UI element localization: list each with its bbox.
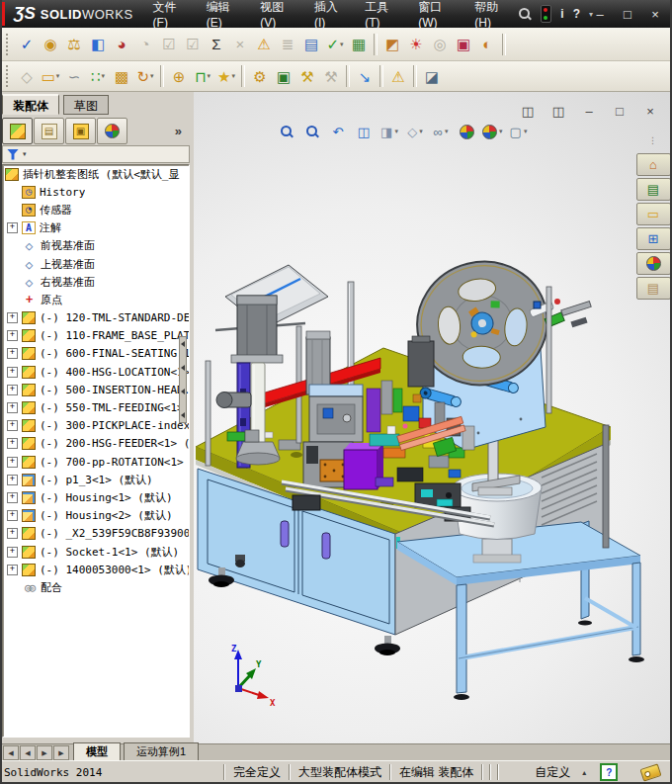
view-palette-tab[interactable]: ⊞ bbox=[636, 227, 671, 250]
restore-doc-button[interactable]: □ bbox=[610, 101, 630, 121]
move-component-icon[interactable]: ⊕ bbox=[167, 64, 191, 88]
menu-item[interactable]: 帮助(H) bbox=[472, 0, 505, 32]
design-check-icon[interactable]: ✓▾ bbox=[323, 33, 347, 56]
assembly-settings-icon[interactable]: ⚙ bbox=[248, 64, 272, 88]
tree-expander[interactable]: + bbox=[7, 492, 18, 503]
external-references-icon[interactable]: × bbox=[228, 33, 252, 56]
tree-item[interactable]: +(-) p1_3<1> (默认) bbox=[3, 471, 189, 488]
tree-expander[interactable]: + bbox=[7, 367, 18, 378]
tree-item[interactable]: ◇前视基准面 bbox=[3, 237, 189, 255]
close-doc-button[interactable]: × bbox=[640, 101, 660, 121]
pane-expand-chevron[interactable]: » bbox=[175, 124, 182, 138]
rotate-component-icon[interactable]: ↻▾ bbox=[133, 64, 157, 88]
previous-view-icon[interactable]: ↶ bbox=[328, 122, 348, 141]
menu-item[interactable]: 编辑(E) bbox=[205, 0, 237, 32]
verification-icon-1[interactable]: ☑ bbox=[157, 33, 181, 56]
zoom-area-icon[interactable] bbox=[302, 122, 322, 141]
tree-expander[interactable]: + bbox=[7, 510, 18, 521]
tree-item[interactable]: +(-) 700-pp-ROTATION<1> (默 bbox=[3, 453, 189, 471]
tree-item[interactable]: +(-) 110-FRAME_BASE_PLATE< bbox=[3, 327, 189, 345]
minimize-doc-button[interactable]: – bbox=[579, 101, 599, 121]
warning-review-icon[interactable]: ⚠ bbox=[252, 33, 276, 56]
custom-dropdown[interactable]: 自定义 bbox=[525, 764, 580, 781]
menu-item[interactable]: 文件(F) bbox=[151, 0, 183, 32]
displaymanager-tab[interactable] bbox=[97, 118, 127, 144]
menu-item[interactable]: 视图(V) bbox=[258, 0, 291, 32]
view-settings-icon[interactable]: ▢▾ bbox=[509, 122, 529, 141]
tab-scroll-button[interactable]: ◀ bbox=[3, 745, 19, 760]
tree-item[interactable]: +(-) 400-HSG-LOCATION<1> bbox=[3, 363, 189, 381]
hide-show-items-icon[interactable]: ∞▾ bbox=[431, 122, 451, 141]
render-preview-icon[interactable]: ◩ bbox=[380, 33, 404, 56]
display-style-icon[interactable]: ◇▾ bbox=[405, 122, 425, 141]
split-pane-right-button[interactable]: ◫ bbox=[548, 101, 568, 121]
render-ok-icon[interactable]: ◎ bbox=[428, 33, 452, 56]
graphics-area[interactable]: Z X Y ↶◫◨▾◇▾∞▾▾▢▾ ◫◫–□× ⋮ ⌂▤▭⊞▤ bbox=[194, 92, 672, 743]
insert-component-icon[interactable]: ▭▾ bbox=[39, 64, 62, 88]
tab-scroll-button[interactable]: ▶ bbox=[53, 745, 69, 760]
tree-expander[interactable]: + bbox=[7, 565, 18, 575]
tree-expander[interactable]: + bbox=[7, 475, 18, 485]
snapshot-icon[interactable]: ◪ bbox=[420, 64, 444, 88]
assembly-features-icon[interactable]: ⚒ bbox=[295, 64, 319, 88]
custom-properties-tab[interactable]: ▤ bbox=[636, 277, 671, 300]
tree-expander[interactable]: + bbox=[7, 420, 18, 431]
tree-item[interactable]: 插针机整套图纸 (默认<默认_显 bbox=[3, 165, 189, 183]
tree-expander[interactable]: + bbox=[7, 547, 18, 558]
performance-evaluation-icon[interactable]: ◕ bbox=[110, 33, 133, 56]
update-references-icon[interactable]: ◧ bbox=[86, 33, 110, 56]
toolbar-grip[interactable] bbox=[6, 34, 12, 55]
mass-properties-icon[interactable]: ⚖ bbox=[62, 33, 86, 56]
info-icon[interactable]: i bbox=[560, 7, 563, 21]
propertymanager-tab[interactable]: ▤ bbox=[34, 118, 64, 144]
tree-item[interactable]: +(-) Socket-1<1> (默认) bbox=[3, 543, 189, 561]
tag-icon[interactable] bbox=[639, 763, 661, 781]
panel-splitter[interactable] bbox=[179, 336, 187, 423]
tab-assembly[interactable]: 装配体 bbox=[2, 94, 59, 115]
tree-expander[interactable]: + bbox=[7, 222, 18, 233]
tab-motion-study[interactable]: 运动算例1 bbox=[124, 742, 199, 761]
tree-item[interactable]: ◔传感器 bbox=[3, 201, 189, 218]
tree-expander[interactable]: + bbox=[7, 402, 18, 413]
menu-item[interactable]: 工具(T) bbox=[363, 0, 394, 32]
measure-icon[interactable]: ◉ bbox=[39, 33, 62, 56]
linear-pattern-icon[interactable]: ∷▾ bbox=[86, 64, 110, 88]
featuremanager-tab[interactable] bbox=[2, 118, 33, 144]
file-explorer-tab[interactable]: ▭ bbox=[636, 203, 671, 225]
tree-item[interactable]: +(-) _X2_539F59CB8F9390015 bbox=[3, 525, 189, 543]
verification-icon-2[interactable]: ☑ bbox=[181, 33, 205, 56]
tree-item[interactable]: +(-) 550-TML-FEEDING<1> (默 bbox=[3, 398, 189, 416]
equations-icon[interactable]: Σ bbox=[205, 33, 228, 56]
tree-item[interactable]: ◇右视基准面 bbox=[3, 273, 189, 291]
smart-fasteners-icon[interactable]: ★▾ bbox=[214, 64, 238, 88]
spell-check-icon[interactable]: ✓ bbox=[15, 33, 39, 56]
component-preview-icon[interactable]: ▣ bbox=[272, 64, 295, 88]
custom-dropdown-arrow-icon[interactable]: ▴ bbox=[582, 768, 586, 777]
tree-item[interactable]: +(-) 500-INSERTION-HEAD.1. bbox=[3, 381, 189, 398]
tree-item[interactable]: +(-) 1400053000<1> (默认) bbox=[3, 561, 189, 578]
tab-model[interactable]: 模型 bbox=[73, 742, 121, 761]
measure-pointer-icon[interactable]: ↘ bbox=[353, 64, 377, 88]
tree-item[interactable]: +(-) Housing<1> (默认) bbox=[3, 488, 189, 506]
tab-sketch[interactable]: 草图 bbox=[63, 95, 109, 115]
split-pane-left-button[interactable]: ◫ bbox=[518, 101, 538, 121]
tree-item[interactable]: +(-) 200-HSG-FEEDER<1> (默 bbox=[3, 435, 189, 453]
tree-item[interactable]: +原点 bbox=[3, 291, 189, 308]
restore-button[interactable]: □ bbox=[621, 7, 634, 22]
tree-item[interactable]: ◷History bbox=[3, 183, 189, 201]
tree-item[interactable]: +A注解 bbox=[3, 219, 189, 237]
filter-icon[interactable] bbox=[7, 149, 19, 160]
tree-expander[interactable]: + bbox=[7, 348, 18, 359]
tree-item[interactable]: +(-) 300-PICKPLACE-index<1 bbox=[3, 417, 189, 435]
tree-expander[interactable]: + bbox=[7, 457, 18, 468]
configurationmanager-tab[interactable]: ▣ bbox=[65, 118, 96, 144]
tree-expander[interactable]: + bbox=[7, 528, 18, 539]
assembly-features-disabled-icon[interactable]: ⚒ bbox=[319, 64, 343, 88]
home-tab[interactable]: ⌂ bbox=[636, 153, 671, 176]
filter-dropdown-icon[interactable]: ▾ bbox=[23, 150, 27, 158]
apply-scene-icon[interactable]: ▾ bbox=[482, 122, 503, 141]
zoom-fit-icon[interactable] bbox=[277, 122, 296, 141]
toolbar-grip[interactable] bbox=[6, 65, 12, 87]
attachment-icon[interactable]: ∽ bbox=[62, 64, 86, 88]
design-library-tab[interactable]: ▤ bbox=[636, 178, 671, 201]
